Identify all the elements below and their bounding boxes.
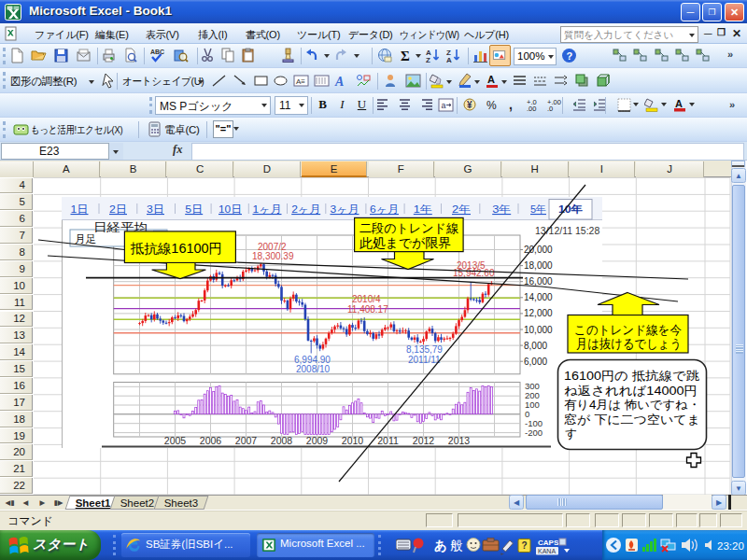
svg-text:23:20: 23:20	[717, 540, 744, 552]
svg-text:此処までが限界: 此処までが限界	[359, 236, 451, 250]
svg-text:有り4月は 怖いですね・: 有り4月は 怖いですね・	[564, 398, 700, 412]
svg-text:ね返されれば14000円: ね返されれば14000円	[564, 384, 698, 398]
svg-text:16100円の 抵抗線で跳: 16100円の 抵抗線で跳	[564, 369, 699, 383]
svg-text:あ: あ	[434, 539, 447, 553]
svg-text:月は抜けるでしょう: 月は抜けるでしょう	[576, 337, 682, 351]
svg-text:このトレンド線を今: このトレンド線を今	[574, 323, 682, 337]
svg-text:窓が 下に二つ空いてま: 窓が 下に二つ空いてま	[564, 413, 700, 427]
svg-text:KANA: KANA	[538, 548, 556, 554]
svg-text:般: 般	[450, 539, 463, 553]
svg-text:CAPS: CAPS	[538, 539, 559, 547]
svg-text:す: す	[565, 427, 577, 441]
svg-text:抵抗線16100円: 抵抗線16100円	[130, 241, 222, 256]
svg-text:?: ?	[522, 540, 528, 551]
svg-text:二段のトレンド線: 二段のトレンド線	[359, 221, 458, 235]
